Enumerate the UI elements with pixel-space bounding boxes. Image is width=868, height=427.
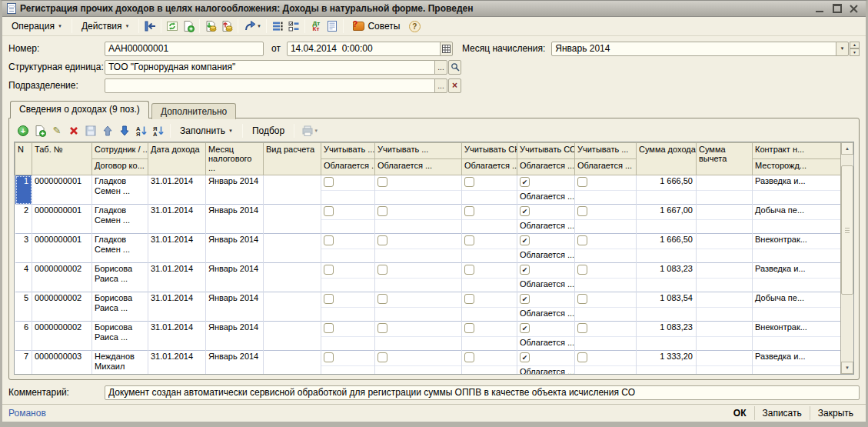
department-clear-button[interactable]: × [448, 78, 461, 93]
unpost-document-icon[interactable] [219, 18, 234, 34]
acc2-note-cell[interactable] [375, 191, 462, 205]
acc2-note-cell[interactable] [375, 249, 462, 263]
acc-so-checkbox[interactable]: ✔ [520, 294, 530, 304]
acc-so-checkbox[interactable]: ✔ [520, 235, 530, 245]
deduction-sum-cell[interactable] [697, 263, 753, 279]
acc2-checkbox[interactable] [377, 235, 387, 245]
copy-row-icon[interactable] [32, 123, 48, 138]
acc5-note-cell[interactable] [575, 308, 637, 322]
acc2-note-cell[interactable] [375, 308, 462, 322]
acc-sn-checkbox[interactable] [464, 206, 474, 216]
col-tax-month[interactable]: Месяц налогового ... [206, 143, 264, 175]
acc-sn-checkbox[interactable] [464, 235, 474, 245]
fill-button[interactable]: Заполнить▼ [175, 122, 238, 138]
acc2-checkbox[interactable] [377, 206, 387, 216]
acc2-cell[interactable] [375, 234, 462, 249]
acc5-checkbox[interactable] [577, 235, 587, 245]
col-tab-no[interactable]: Таб. № [32, 143, 92, 175]
row-number-cell[interactable]: 6 [15, 322, 32, 351]
acc-so-cell[interactable]: ✔ [517, 205, 575, 220]
deduction-sum-cell[interactable] [697, 292, 753, 308]
acc1-cell[interactable] [321, 234, 375, 249]
acc-so-checkbox[interactable]: ✔ [520, 323, 530, 333]
acc5-cell[interactable] [575, 175, 637, 191]
row-number-cell[interactable]: 4 [15, 263, 32, 292]
col-income-date[interactable]: Дата дохода [148, 143, 206, 175]
acc1-note-cell[interactable] [321, 220, 375, 234]
acc2-checkbox[interactable] [377, 352, 387, 362]
delete-row-icon[interactable] [66, 123, 81, 138]
acc-so-cell[interactable]: ✔ [517, 322, 575, 337]
tab-income-info[interactable]: Сведения о доходах (9 поз.) [10, 101, 149, 118]
acc-sn-cell[interactable] [462, 351, 517, 366]
acc5-cell[interactable] [575, 234, 637, 249]
contract-sub-cell[interactable] [753, 191, 841, 205]
employee-cell[interactable]: Гладков Семен ... [92, 234, 148, 263]
operation-menu[interactable]: Операция▼ [5, 18, 68, 34]
acc-sn-cell[interactable] [462, 205, 517, 220]
comment-input[interactable] [105, 385, 860, 400]
deduction-sum-sub-cell[interactable] [697, 279, 753, 292]
acc1-cell[interactable] [321, 175, 375, 191]
vertical-scrollbar[interactable]: ▲ ▼ [840, 142, 853, 374]
calc-type-cell[interactable] [264, 351, 321, 375]
unit-ellipsis-button[interactable]: ... [434, 60, 447, 75]
tax-month-cell[interactable]: Январь 2014 [206, 234, 264, 263]
acc5-note-cell[interactable] [575, 191, 637, 205]
unit-search-button[interactable] [448, 60, 461, 75]
tax-month-cell[interactable]: Январь 2014 [206, 205, 264, 234]
calc-type-cell[interactable] [264, 322, 321, 351]
acc1-cell[interactable] [321, 351, 375, 366]
col-calc-type[interactable]: Вид расчета [264, 143, 321, 175]
acc-sn-cell[interactable] [462, 322, 517, 337]
print-icon[interactable]: ▼ [298, 123, 321, 138]
calc-type-cell[interactable] [264, 205, 321, 234]
acc1-cell[interactable] [321, 205, 375, 220]
acc5-checkbox[interactable] [577, 206, 587, 216]
accrual-month-input[interactable] [551, 42, 836, 56]
dt-kt-icon[interactable]: ДтКт [308, 18, 324, 34]
acc-so-checkbox[interactable]: ✔ [520, 265, 530, 275]
income-sum-sub-cell[interactable] [637, 337, 697, 351]
contract-cell[interactable]: Добыча пе... [753, 292, 841, 308]
acc-so-checkbox[interactable]: ✔ [520, 206, 530, 216]
author-link[interactable]: Романов [7, 408, 46, 419]
acc1-checkbox[interactable] [324, 235, 334, 245]
acc2-cell[interactable] [375, 263, 462, 279]
acc5-checkbox[interactable] [577, 352, 587, 362]
deduction-sum-cell[interactable] [697, 322, 753, 337]
acc5-note-cell[interactable] [575, 279, 637, 292]
acc-so-note-cell[interactable]: Облагается ... [517, 249, 575, 263]
income-sum-cell[interactable]: 1 333,20 [637, 351, 697, 366]
acc5-cell[interactable] [575, 205, 637, 220]
acc-so-cell[interactable]: ✔ [517, 351, 575, 366]
acc1-cell[interactable] [321, 263, 375, 279]
acc-so-note-cell[interactable]: Облагается ... [517, 279, 575, 292]
acc-so-cell[interactable]: ✔ [517, 175, 575, 191]
acc-sn-checkbox[interactable] [464, 265, 474, 275]
acc5-note-cell[interactable] [575, 337, 637, 351]
acc1-note-cell[interactable] [321, 279, 375, 292]
number-input[interactable] [105, 42, 264, 56]
employee-cell[interactable]: Борисова Раиса ... [92, 263, 148, 292]
acc2-cell[interactable] [375, 292, 462, 308]
acc5-note-cell[interactable] [575, 366, 637, 375]
deduction-sum-sub-cell[interactable] [697, 249, 753, 263]
contract-cell[interactable]: Разведка и... [753, 175, 841, 191]
acc2-cell[interactable] [375, 205, 462, 220]
income-date-cell[interactable]: 31.01.2014 [148, 351, 206, 375]
acc-so-note-cell[interactable]: Облагается ... [517, 191, 575, 205]
acc-so-cell[interactable]: ✔ [517, 234, 575, 249]
acc5-cell[interactable] [575, 322, 637, 337]
acc5-checkbox[interactable] [577, 323, 587, 333]
scrollbar-track[interactable] [841, 155, 853, 362]
acc1-checkbox[interactable] [324, 265, 334, 275]
acc5-note-cell[interactable] [575, 220, 637, 234]
acc1-checkbox[interactable] [324, 294, 334, 304]
acc2-checkbox[interactable] [377, 294, 387, 304]
acc2-cell[interactable] [375, 175, 462, 191]
employee-cell[interactable]: Борисова Раиса ... [92, 292, 148, 322]
tab-number-cell[interactable]: 0000000001 [32, 205, 92, 234]
department-input[interactable] [105, 78, 435, 93]
acc-sn-cell[interactable] [462, 263, 517, 279]
